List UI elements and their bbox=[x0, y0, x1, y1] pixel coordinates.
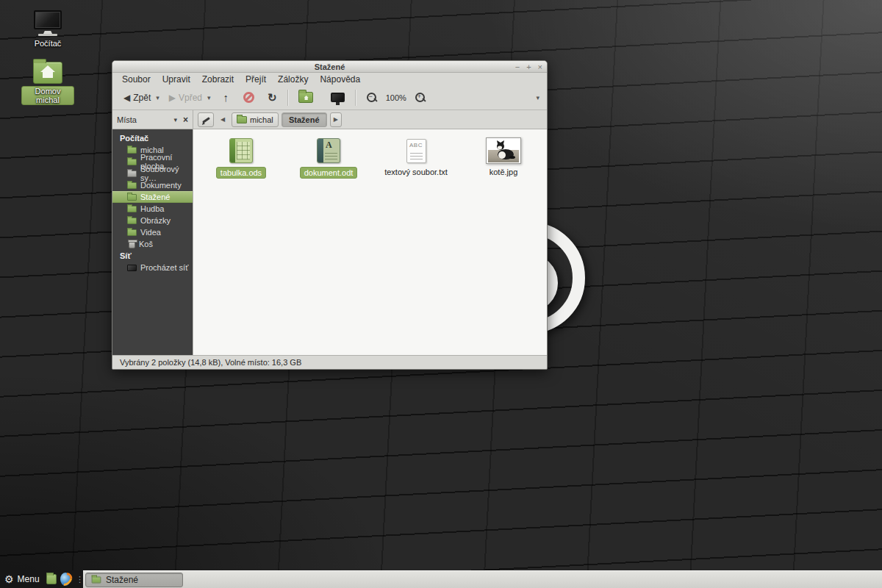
breadcrumb-home[interactable]: michal bbox=[232, 112, 279, 127]
forward-label: Vpřed bbox=[179, 93, 202, 103]
folder-videos-icon bbox=[127, 229, 137, 236]
file-label: textový soubor.txt bbox=[381, 167, 451, 177]
back-icon: ◀ bbox=[123, 93, 130, 103]
menu-button[interactable]: Menu bbox=[18, 574, 40, 584]
sidebar-item-videos[interactable]: Videa bbox=[112, 226, 193, 238]
places-selector[interactable]: Místa ▾ × bbox=[112, 110, 193, 129]
back-label: Zpět bbox=[133, 93, 151, 103]
trash-icon bbox=[129, 240, 135, 248]
computer-icon bbox=[331, 93, 345, 102]
menu-soubor[interactable]: Soubor bbox=[117, 74, 156, 85]
taskbar-window-button[interactable]: Stažené bbox=[85, 573, 183, 587]
zoom-out-button[interactable]: − bbox=[362, 90, 381, 106]
home-button[interactable] bbox=[295, 90, 317, 105]
file-dokument-odt[interactable]: A dokument.odt bbox=[291, 137, 366, 179]
toolbar-separator bbox=[355, 90, 356, 106]
folder-documents-icon bbox=[127, 182, 137, 189]
places-label: Místa bbox=[117, 115, 173, 124]
folder-desktop-icon bbox=[127, 159, 137, 165]
folder-pictures-icon bbox=[127, 218, 137, 224]
taskbar: ⚙ Menu ⋮ Stažené bbox=[0, 570, 882, 588]
desktop: Počítač Domov michal Stažené − + × Soubo… bbox=[0, 0, 882, 588]
close-button[interactable]: × bbox=[538, 62, 542, 72]
file-textovy-soubor-txt[interactable]: ABC textový soubor.txt bbox=[379, 137, 453, 177]
folder-icon bbox=[92, 576, 101, 583]
home-folder-icon bbox=[298, 92, 313, 103]
sidebar-section-computer: Počítač bbox=[112, 132, 193, 144]
network-icon bbox=[127, 265, 137, 271]
desktop-icon-computer[interactable]: Počítač bbox=[21, 10, 74, 49]
sidebar-item-pictures[interactable]: Obrázky bbox=[112, 215, 193, 226]
toolbar-separator bbox=[287, 90, 288, 106]
path-scroll-right-button[interactable]: ▶ bbox=[330, 112, 342, 127]
sidebar-item-trash[interactable]: Koš bbox=[112, 238, 193, 250]
sidebar-close-button[interactable]: × bbox=[183, 115, 188, 125]
path-scroll-left-button[interactable]: ◀ bbox=[217, 112, 229, 127]
taskbar-menu-area: ⚙ Menu ⋮ bbox=[0, 570, 83, 588]
folder-home-icon bbox=[127, 147, 137, 154]
maximize-button[interactable]: + bbox=[526, 62, 531, 72]
sidebar-item-documents[interactable]: Dokumenty bbox=[112, 179, 193, 191]
image-thumbnail-icon bbox=[486, 137, 521, 164]
places-list: Počítač michal Pracovní plocha Souborový… bbox=[112, 129, 193, 355]
minimize-button[interactable]: − bbox=[515, 62, 520, 72]
stop-icon bbox=[243, 92, 254, 103]
drive-icon bbox=[127, 171, 137, 177]
pathbar: ◀ michal Stažené ▶ bbox=[193, 110, 547, 129]
menu-napoveda[interactable]: Nápověda bbox=[315, 74, 365, 85]
forward-dropdown[interactable]: ▾ bbox=[207, 94, 211, 101]
menubar: Soubor Upravit Zobrazit Přejít Záložky N… bbox=[112, 73, 547, 85]
chevron-right-icon: ▶ bbox=[334, 116, 338, 123]
menu-gear-icon[interactable]: ⚙ bbox=[4, 571, 14, 587]
stop-button[interactable] bbox=[240, 90, 258, 105]
home-folder-icon bbox=[33, 62, 62, 84]
document-file-icon: A bbox=[317, 138, 340, 163]
toolbar-overflow-button[interactable]: ▾ bbox=[536, 94, 539, 101]
sidebar-section-network: Síť bbox=[112, 250, 193, 262]
titlebar[interactable]: Stažené − + × bbox=[112, 61, 547, 73]
zoom-in-button[interactable]: + bbox=[411, 90, 430, 106]
sidebar-item-music[interactable]: Hudba bbox=[112, 203, 193, 215]
desktop-icon-label: Počítač bbox=[32, 39, 65, 48]
file-label: tabulka.ods bbox=[216, 167, 266, 179]
reload-button[interactable]: ↻ bbox=[264, 89, 281, 107]
file-label: dokument.odt bbox=[300, 167, 358, 179]
desktop-icon-label: Domov michal bbox=[21, 86, 74, 105]
places-dropdown-icon: ▾ bbox=[173, 116, 177, 123]
back-dropdown[interactable]: ▾ bbox=[156, 94, 159, 101]
back-button[interactable]: ◀ Zpět bbox=[120, 90, 154, 105]
file-tabulka-ods[interactable]: tabulka.ods bbox=[204, 137, 279, 179]
firefox-launcher-icon[interactable] bbox=[60, 573, 71, 586]
up-button[interactable]: ↑ bbox=[220, 89, 233, 106]
file-list[interactable]: tabulka.ods A dokument.odt A bbox=[193, 129, 547, 355]
computer-button[interactable] bbox=[327, 90, 348, 104]
file-manager-launcher-icon[interactable] bbox=[46, 574, 57, 584]
menu-prejit[interactable]: Přejít bbox=[240, 74, 271, 85]
forward-button[interactable]: ▶ Vpřed bbox=[165, 90, 206, 105]
applet-handle-icon: ⋮ bbox=[76, 575, 83, 584]
menu-upravit[interactable]: Upravit bbox=[157, 74, 196, 85]
sidebar-item-browse-network[interactable]: Procházet síť bbox=[112, 262, 193, 273]
menu-zobrazit[interactable]: Zobrazit bbox=[197, 74, 239, 85]
sidebar: Místa ▾ × Počítač michal Pracovní plocha bbox=[112, 110, 193, 355]
pencil-icon bbox=[201, 115, 210, 124]
edit-location-button[interactable] bbox=[198, 112, 214, 127]
statusbar: Vybrány 2 položky (14,8 kB), Volné místo… bbox=[112, 355, 547, 369]
folder-home-icon bbox=[237, 116, 247, 123]
status-text: Vybrány 2 položky (14,8 kB), Volné místo… bbox=[120, 358, 301, 367]
up-icon: ↑ bbox=[223, 91, 229, 104]
sidebar-item-downloads[interactable]: Stažené bbox=[112, 191, 193, 203]
menu-zalozky[interactable]: Záložky bbox=[273, 74, 313, 85]
window-title: Stažené bbox=[315, 62, 345, 71]
zoom-out-icon: − bbox=[366, 92, 378, 104]
folder-downloads-icon bbox=[127, 194, 137, 201]
folder-music-icon bbox=[127, 206, 137, 212]
breadcrumb-current[interactable]: Stažené bbox=[282, 112, 327, 127]
reload-icon: ↻ bbox=[268, 91, 277, 104]
sidebar-item-filesystem[interactable]: Souborový sy… bbox=[112, 168, 193, 179]
desktop-icon-home[interactable]: Domov michal bbox=[21, 62, 74, 106]
computer-monitor-icon bbox=[34, 10, 62, 29]
text-file-icon: ABC bbox=[406, 139, 426, 163]
file-manager-window: Stažené − + × Soubor Upravit Zobrazit Př… bbox=[112, 60, 548, 370]
file-kote-jpg[interactable]: kotě.jpg bbox=[466, 137, 541, 177]
